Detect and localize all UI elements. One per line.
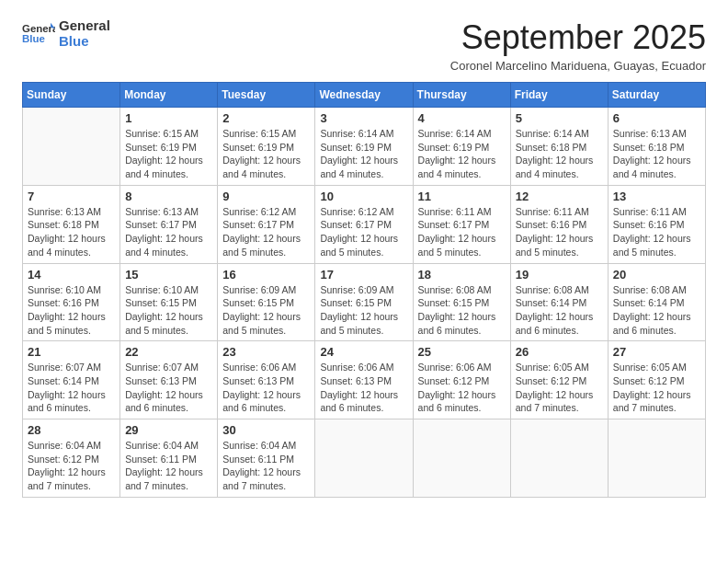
day-number: 10 [320, 190, 407, 203]
calendar-cell [510, 419, 608, 498]
calendar-week-row: 14Sunrise: 6:10 AM Sunset: 6:16 PM Dayli… [23, 263, 706, 341]
day-info: Sunrise: 6:12 AM Sunset: 6:17 PM Dayligh… [222, 205, 310, 259]
day-number: 4 [418, 111, 506, 125]
calendar-cell: 14Sunrise: 6:10 AM Sunset: 6:16 PM Dayli… [23, 263, 120, 341]
day-info: Sunrise: 6:08 AM Sunset: 6:15 PM Dayligh… [418, 283, 506, 338]
calendar-cell: 23Sunrise: 6:06 AM Sunset: 6:13 PM Dayli… [218, 341, 315, 419]
calendar-week-row: 7Sunrise: 6:13 AM Sunset: 6:18 PM Daylig… [23, 185, 706, 263]
calendar-cell [315, 419, 413, 498]
calendar-cell: 28Sunrise: 6:04 AM Sunset: 6:12 PM Dayli… [23, 419, 120, 498]
day-info: Sunrise: 6:15 AM Sunset: 6:19 PM Dayligh… [222, 127, 310, 181]
col-header-friday: Friday [510, 83, 608, 108]
logo: General Blue General Blue [22, 18, 110, 49]
day-number: 30 [222, 423, 310, 437]
day-number: 7 [28, 190, 115, 203]
svg-text:General: General [22, 22, 55, 33]
logo-blue-text: Blue [59, 34, 110, 50]
calendar-cell: 12Sunrise: 6:11 AM Sunset: 6:16 PM Dayli… [510, 185, 608, 263]
day-info: Sunrise: 6:08 AM Sunset: 6:14 PM Dayligh… [613, 283, 700, 338]
calendar-cell: 21Sunrise: 6:07 AM Sunset: 6:14 PM Dayli… [23, 341, 120, 419]
day-info: Sunrise: 6:11 AM Sunset: 6:16 PM Dayligh… [613, 205, 700, 259]
day-info: Sunrise: 6:05 AM Sunset: 6:12 PM Dayligh… [516, 361, 603, 415]
calendar-table: SundayMondayTuesdayWednesdayThursdayFrid… [22, 82, 706, 498]
col-header-tuesday: Tuesday [218, 83, 315, 108]
calendar-cell: 18Sunrise: 6:08 AM Sunset: 6:15 PM Dayli… [413, 263, 510, 341]
day-number: 15 [125, 268, 212, 282]
day-info: Sunrise: 6:07 AM Sunset: 6:14 PM Dayligh… [28, 361, 115, 415]
calendar-cell: 11Sunrise: 6:11 AM Sunset: 6:17 PM Dayli… [413, 185, 510, 263]
calendar-cell: 25Sunrise: 6:06 AM Sunset: 6:12 PM Dayli… [413, 341, 510, 419]
day-number: 29 [125, 423, 212, 437]
calendar-cell: 26Sunrise: 6:05 AM Sunset: 6:12 PM Dayli… [510, 341, 608, 419]
calendar-cell: 13Sunrise: 6:11 AM Sunset: 6:16 PM Dayli… [608, 185, 705, 263]
day-info: Sunrise: 6:14 AM Sunset: 6:19 PM Dayligh… [320, 127, 407, 181]
day-number: 8 [125, 190, 212, 203]
day-info: Sunrise: 6:06 AM Sunset: 6:13 PM Dayligh… [320, 361, 407, 415]
day-number: 18 [418, 268, 506, 282]
day-info: Sunrise: 6:15 AM Sunset: 6:19 PM Dayligh… [125, 127, 212, 181]
day-info: Sunrise: 6:14 AM Sunset: 6:18 PM Dayligh… [516, 127, 603, 181]
day-number: 20 [613, 268, 700, 282]
day-info: Sunrise: 6:13 AM Sunset: 6:18 PM Dayligh… [28, 205, 115, 259]
calendar-cell: 24Sunrise: 6:06 AM Sunset: 6:13 PM Dayli… [315, 341, 413, 419]
day-info: Sunrise: 6:11 AM Sunset: 6:17 PM Dayligh… [418, 205, 506, 259]
location-subtitle: Coronel Marcelino Mariduena, Guayas, Ecu… [22, 59, 706, 73]
day-number: 23 [222, 345, 310, 359]
col-header-sunday: Sunday [23, 83, 120, 108]
day-number: 28 [28, 423, 115, 437]
day-number: 12 [516, 190, 603, 203]
day-info: Sunrise: 6:04 AM Sunset: 6:11 PM Dayligh… [222, 439, 310, 493]
calendar-cell: 16Sunrise: 6:09 AM Sunset: 6:15 PM Dayli… [218, 263, 315, 341]
calendar-week-row: 28Sunrise: 6:04 AM Sunset: 6:12 PM Dayli… [23, 419, 706, 498]
day-info: Sunrise: 6:06 AM Sunset: 6:12 PM Dayligh… [418, 361, 506, 415]
day-number: 5 [516, 111, 603, 125]
day-info: Sunrise: 6:06 AM Sunset: 6:13 PM Dayligh… [222, 361, 310, 415]
col-header-wednesday: Wednesday [315, 83, 413, 108]
calendar-cell: 30Sunrise: 6:04 AM Sunset: 6:11 PM Dayli… [218, 419, 315, 498]
calendar-cell: 6Sunrise: 6:13 AM Sunset: 6:18 PM Daylig… [608, 108, 705, 186]
day-number: 17 [320, 268, 407, 282]
calendar-cell: 2Sunrise: 6:15 AM Sunset: 6:19 PM Daylig… [218, 108, 315, 186]
calendar-cell: 1Sunrise: 6:15 AM Sunset: 6:19 PM Daylig… [120, 108, 218, 186]
calendar-cell: 4Sunrise: 6:14 AM Sunset: 6:19 PM Daylig… [413, 108, 510, 186]
day-info: Sunrise: 6:08 AM Sunset: 6:14 PM Dayligh… [516, 283, 603, 338]
day-number: 3 [320, 111, 407, 125]
calendar-week-row: 21Sunrise: 6:07 AM Sunset: 6:14 PM Dayli… [23, 341, 706, 419]
calendar-cell: 9Sunrise: 6:12 AM Sunset: 6:17 PM Daylig… [218, 185, 315, 263]
day-number: 16 [222, 268, 310, 282]
page-header: General Blue General Blue September 2025 [22, 18, 706, 57]
day-info: Sunrise: 6:04 AM Sunset: 6:11 PM Dayligh… [125, 439, 212, 493]
day-number: 11 [418, 190, 506, 203]
calendar-cell: 10Sunrise: 6:12 AM Sunset: 6:17 PM Dayli… [315, 185, 413, 263]
calendar-cell: 19Sunrise: 6:08 AM Sunset: 6:14 PM Dayli… [510, 263, 608, 341]
day-number: 25 [418, 345, 506, 359]
calendar-week-row: 1Sunrise: 6:15 AM Sunset: 6:19 PM Daylig… [23, 108, 706, 186]
day-number: 1 [125, 111, 212, 125]
calendar-cell [608, 419, 705, 498]
day-number: 2 [222, 111, 310, 125]
day-info: Sunrise: 6:13 AM Sunset: 6:17 PM Dayligh… [125, 205, 212, 259]
day-info: Sunrise: 6:09 AM Sunset: 6:15 PM Dayligh… [320, 283, 407, 338]
col-header-saturday: Saturday [608, 83, 705, 108]
day-number: 26 [516, 345, 603, 359]
day-number: 22 [125, 345, 212, 359]
col-header-thursday: Thursday [413, 83, 510, 108]
calendar-cell: 5Sunrise: 6:14 AM Sunset: 6:18 PM Daylig… [510, 108, 608, 186]
day-info: Sunrise: 6:14 AM Sunset: 6:19 PM Dayligh… [418, 127, 506, 181]
calendar-cell: 17Sunrise: 6:09 AM Sunset: 6:15 PM Dayli… [315, 263, 413, 341]
day-number: 24 [320, 345, 407, 359]
day-info: Sunrise: 6:04 AM Sunset: 6:12 PM Dayligh… [28, 439, 115, 493]
day-number: 21 [28, 345, 115, 359]
day-number: 19 [516, 268, 603, 282]
day-number: 27 [613, 345, 700, 359]
day-info: Sunrise: 6:07 AM Sunset: 6:13 PM Dayligh… [125, 361, 212, 415]
col-header-monday: Monday [120, 83, 218, 108]
day-number: 14 [28, 268, 115, 282]
svg-text:Blue: Blue [22, 33, 45, 44]
calendar-cell: 29Sunrise: 6:04 AM Sunset: 6:11 PM Dayli… [120, 419, 218, 498]
calendar-cell: 15Sunrise: 6:10 AM Sunset: 6:15 PM Dayli… [120, 263, 218, 341]
day-info: Sunrise: 6:13 AM Sunset: 6:18 PM Dayligh… [613, 127, 700, 181]
calendar-cell: 22Sunrise: 6:07 AM Sunset: 6:13 PM Dayli… [120, 341, 218, 419]
calendar-cell: 8Sunrise: 6:13 AM Sunset: 6:17 PM Daylig… [120, 185, 218, 263]
day-info: Sunrise: 6:12 AM Sunset: 6:17 PM Dayligh… [320, 205, 407, 259]
